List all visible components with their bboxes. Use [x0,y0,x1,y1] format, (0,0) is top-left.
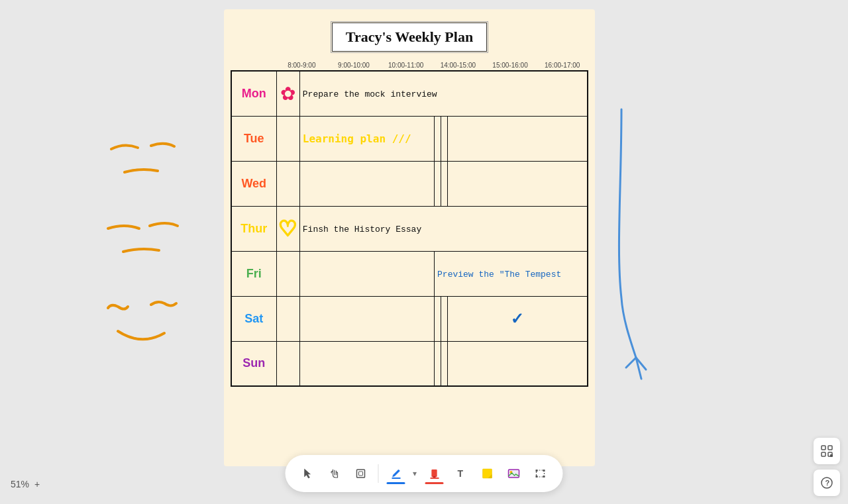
svg-rect-16 [828,446,832,450]
cell-sun-3 [441,341,447,386]
weekly-plan-card: Tracy's Weekly Plan 8:00-9:00 9:00-10:00… [224,9,595,466]
frame-tool-button[interactable] [349,462,373,485]
cell-sun-2 [435,341,441,386]
cell-fri-1 [299,251,434,296]
decorative-faces [98,129,204,394]
svg-text:?: ? [825,479,830,487]
svg-rect-12 [543,470,545,472]
canvas: Tracy's Weekly Plan 8:00-9:00 9:00-10:00… [0,0,848,504]
selection-handles-button[interactable] [529,462,553,485]
toolbar-divider [378,464,379,483]
toolbar: ▾ T [286,455,563,492]
time-col-2: 10:00-11:00 [380,62,432,69]
cell-sat-2 [435,296,441,341]
svg-rect-15 [822,446,825,450]
svg-rect-0 [357,470,365,478]
svg-rect-19 [830,454,833,457]
cell-wed-3 [441,161,447,206]
cell-mon-0: ✿ [276,71,299,116]
cell-fri-0 [276,251,299,296]
cell-text: Prepare the mock interview [300,87,440,102]
table-container: 8:00-9:00 9:00-10:00 10:00-11:00 14:00-1… [224,62,595,393]
zoom-controls: 51% + [11,479,40,489]
table-row: Sat ✓ [231,296,588,341]
cell-sun-4 [447,341,588,386]
help-button[interactable]: ? [814,470,840,496]
svg-rect-13 [536,476,538,478]
day-label-mon: Mon [231,71,276,116]
cell-thur-0: ♡ [276,206,299,251]
svg-text:T: T [458,468,464,479]
time-col-5: 16:00-17:00 [536,62,588,69]
media-button[interactable] [502,462,526,485]
marker-tool-button[interactable] [423,462,447,485]
learning-plan-text: Learning plan /// [300,130,414,148]
table-row: Wed [231,161,588,206]
hand-tool-button[interactable] [323,462,346,485]
svg-rect-1 [359,472,363,476]
svg-rect-3 [432,470,437,477]
day-label-thur: Thur [231,206,276,251]
pen-dropdown-button[interactable]: ▾ [409,462,420,485]
heart-icon: ♡ [277,216,299,241]
time-col-0: 8:00-9:00 [276,62,328,69]
time-col-4: 15:00-16:00 [484,62,537,69]
day-label-sat: Sat [231,296,276,341]
time-col-1: 9:00-10:00 [328,62,380,69]
table-row: Fri Preview the "The Tempest [231,251,588,296]
svg-rect-14 [543,476,545,478]
cell-thur-1: Finsh the History Essay [299,206,588,251]
title-area: Tracy's Weekly Plan [224,9,595,62]
sticky-note-button[interactable] [476,462,500,485]
day-label-sun: Sun [231,341,276,386]
svg-rect-17 [822,452,825,456]
svg-rect-8 [509,470,519,478]
pen-tool-button[interactable] [384,462,408,485]
table-row: Mon ✿ Prepare the mock interview [231,71,588,116]
cell-wed-0 [276,161,299,206]
title-box: Tracy's Weekly Plan [332,23,487,52]
cell-tue-3 [441,116,447,161]
cell-sun-0 [276,341,299,386]
cell-tue-2 [435,116,441,161]
table-row: Tue Learning plan /// [231,116,588,161]
cell-sun-1 [299,341,434,386]
grid-button[interactable] [814,438,840,464]
blue-check-icon: ✓ [448,309,587,328]
time-header: 8:00-9:00 9:00-10:00 10:00-11:00 14:00-1… [276,62,588,69]
zoom-level: 51% [11,479,29,489]
text-tool-button[interactable]: T [449,462,473,485]
time-col-3: 14:00-15:00 [432,62,484,69]
day-label-wed: Wed [231,161,276,206]
cell-tue-4 [447,116,588,161]
zoom-add-button[interactable]: + [34,479,40,489]
table-row: Thur ♡ Finsh the History Essay [231,206,588,251]
cell-tue-1: Learning plan /// [299,116,434,161]
day-label-tue: Tue [231,116,276,161]
schedule-table: Mon ✿ Prepare the mock interview Tue [231,70,588,387]
cell-wed-1 [299,161,434,206]
cell-sat-1 [299,296,434,341]
svg-rect-11 [536,470,538,472]
cell-wed-2 [435,161,441,206]
plan-title: Tracy's Weekly Plan [346,28,473,45]
cell-text: Finsh the History Essay [300,222,424,237]
flower-icon: ✿ [277,83,299,105]
cell-sat-4: ✓ [447,296,588,341]
cell-mon-1: Prepare the mock interview [299,71,588,116]
cell-tue-0 [276,116,299,161]
cell-sat-0 [276,296,299,341]
cell-text-blue: Preview the "The Tempest [435,267,564,282]
table-row: Sun [231,341,588,386]
cell-wed-4 [447,161,588,206]
cell-sat-3 [441,296,447,341]
day-label-fri: Fri [231,251,276,296]
cell-fri-2: Preview the "The Tempest [435,251,588,296]
select-tool-button[interactable] [296,462,320,485]
bottom-right-controls: ? [814,438,840,496]
